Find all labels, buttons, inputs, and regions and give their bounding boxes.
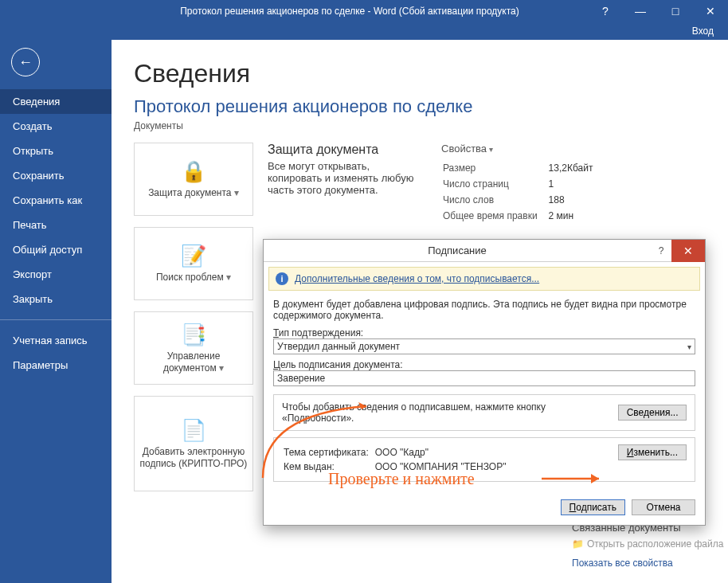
dialog-close-button[interactable]: ✕ bbox=[671, 240, 705, 262]
add-crypto-pro-signature-card[interactable]: 📄 Добавить электронную подпись (КРИПТО-П… bbox=[134, 396, 253, 491]
details-button[interactable]: Сведения... bbox=[618, 405, 687, 421]
signer-details-hint: Чтобы добавить сведения о подписавшем, н… bbox=[282, 401, 618, 424]
sign-button[interactable]: Подписать bbox=[561, 499, 625, 515]
cancel-button[interactable]: Отмена bbox=[632, 499, 695, 515]
window-close-button[interactable]: ✕ bbox=[693, 0, 728, 22]
signing-purpose-input[interactable]: Заверение bbox=[273, 370, 695, 386]
dialog-intro-text: В документ будет добавлена цифровая подп… bbox=[273, 299, 695, 321]
manage-document-card[interactable]: 📑 Управление документом bbox=[134, 311, 253, 385]
open-file-location: 📁 Открыть расположение файла bbox=[572, 538, 723, 550]
back-button[interactable]: ← bbox=[11, 48, 40, 76]
protect-document-card[interactable]: 🔒 Защита документа bbox=[134, 143, 253, 216]
nav-share[interactable]: Общий доступ bbox=[0, 237, 112, 262]
signing-dialog: Подписание ? ✕ i Дополнительные сведения… bbox=[263, 239, 706, 526]
nav-new[interactable]: Создать bbox=[0, 114, 112, 139]
document-location: Документы bbox=[134, 120, 728, 131]
titlebar: Протокол решения акционеров по сделке - … bbox=[0, 0, 728, 22]
document-name: Протокол решения акционеров по сделке bbox=[134, 96, 728, 117]
nav-print[interactable]: Печать bbox=[0, 213, 112, 237]
nav-export[interactable]: Экспорт bbox=[0, 262, 112, 287]
minimize-button[interactable]: — bbox=[623, 0, 658, 22]
nav-options[interactable]: Параметры bbox=[0, 353, 112, 378]
versions-icon: 📑 bbox=[181, 323, 206, 347]
chevron-down-icon: ▾ bbox=[687, 342, 691, 351]
restore-button[interactable]: □ bbox=[658, 0, 693, 22]
help-icon[interactable]: ? bbox=[588, 0, 623, 22]
page-title: Сведения bbox=[134, 59, 728, 88]
inspect-icon: 📝 bbox=[181, 244, 206, 268]
commitment-type-label: Тип подтверждения: bbox=[273, 327, 695, 338]
folder-icon: 📁 bbox=[572, 538, 584, 550]
lock-icon: 🔒 bbox=[181, 159, 206, 184]
signing-more-info-link[interactable]: Дополнительные сведения о том, что подпи… bbox=[295, 273, 539, 284]
nav-close[interactable]: Закрыть bbox=[0, 287, 112, 311]
nav-saveas[interactable]: Сохранить как bbox=[0, 188, 112, 213]
dialog-info-banner: i Дополнительные сведения о том, что под… bbox=[268, 267, 700, 291]
backstage-sidebar: ← Сведения Создать Открыть Сохранить Сох… bbox=[0, 40, 112, 583]
commitment-type-select[interactable]: Утвердил данный документ▾ bbox=[273, 338, 695, 354]
dialog-help-button[interactable]: ? bbox=[651, 245, 671, 256]
change-certificate-button[interactable]: Изменить... bbox=[618, 444, 687, 460]
signing-purpose-label: Цель подписания документа: bbox=[273, 359, 695, 370]
signature-icon: 📄 bbox=[181, 418, 206, 443]
certificate-info: Тема сертификата: ООО "Кадр" Кем выдан: … bbox=[282, 444, 512, 475]
dialog-title: Подписание bbox=[264, 245, 651, 256]
show-all-properties[interactable]: Показать все свойства bbox=[572, 558, 723, 569]
login-link[interactable]: Вход bbox=[0, 22, 728, 40]
inspect-document-card[interactable]: 📝 Поиск проблем bbox=[134, 227, 253, 300]
nav-open[interactable]: Открыть bbox=[0, 139, 112, 163]
window-title: Протокол решения акционеров по сделке - … bbox=[112, 6, 588, 17]
nav-account[interactable]: Учетная запись bbox=[0, 328, 112, 353]
nav-save[interactable]: Сохранить bbox=[0, 163, 112, 188]
properties-header[interactable]: Свойства bbox=[441, 143, 604, 155]
info-icon: i bbox=[276, 272, 288, 285]
nav-info[interactable]: Сведения bbox=[0, 89, 112, 114]
